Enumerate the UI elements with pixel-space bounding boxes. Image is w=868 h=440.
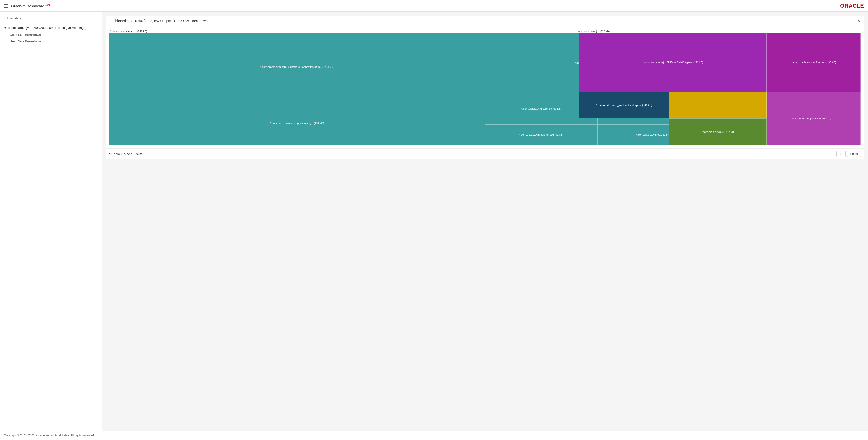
close-button[interactable]: × bbox=[857, 19, 860, 23]
chart-title: dashboard.bgv - 07/02/2022, 6:40:18 pm -… bbox=[110, 19, 208, 23]
nav-buttons: ⏮ Reset bbox=[837, 151, 861, 157]
sidebar-item-code-size[interactable]: Code Size Breakdown bbox=[0, 31, 101, 38]
breadcrumb-sep-2: › bbox=[121, 152, 122, 156]
treemap-cell[interactable]: *.com.oracle.svm.jni.functions (85 kB) bbox=[767, 33, 861, 92]
header: GraalVM DashboardBeta ORACLE bbox=[0, 0, 868, 12]
sidebar-section: ▼ dashboard.bgv - 07/02/2022, 6:40:18 pm… bbox=[0, 24, 101, 44]
app-title: GraalVM DashboardBeta bbox=[11, 4, 50, 8]
main-layout: + Load data ▼ dashboard.bgv - 07/02/2022… bbox=[0, 12, 868, 431]
treemap: *.com.oracle.svm.core (748 kB) *.com.ora… bbox=[109, 29, 861, 145]
plus-icon: + bbox=[4, 17, 6, 20]
chevron-down-icon: ▼ bbox=[4, 26, 6, 29]
treemap-container: *.com.oracle.svm.core (748 kB) *.com.ora… bbox=[106, 26, 864, 148]
treemap-cell[interactable]: *.com.oracle.svm.core.genscavenge (134 k… bbox=[109, 101, 485, 145]
section-label-core: *.com.oracle.svm.core (748 kB) bbox=[110, 30, 147, 33]
content-area: dashboard.bgv - 07/02/2022, 6:40:18 pm -… bbox=[102, 12, 868, 431]
load-data-button[interactable]: + Load data bbox=[0, 14, 101, 22]
treemap-cell[interactable]: *.com.oracle.svm.jni.{JNIThread... (42 k… bbox=[767, 92, 861, 145]
first-button[interactable]: ⏮ bbox=[837, 151, 846, 157]
app-title-text: GraalVM Dashboard bbox=[11, 4, 44, 8]
treemap-cell[interactable]: *.com.oracle.svm.core.{SubstrateDiagnost… bbox=[109, 33, 485, 101]
sidebar-section-header[interactable]: ▼ dashboard.bgv - 07/02/2022, 6:40:18 pm… bbox=[0, 24, 101, 31]
breadcrumb-com[interactable]: com bbox=[114, 152, 120, 156]
treemap-cell[interactable]: *.com.oracle.svm.core.thread (42 kB) bbox=[485, 124, 597, 145]
sidebar-item-label: Code Size Breakdown bbox=[10, 33, 41, 37]
sidebar-item-heap-size[interactable]: Heap Size Breakdown bbox=[0, 38, 101, 44]
section-label-jni: *.com.oracle.svm.jni (318 kB) bbox=[575, 30, 610, 33]
treemap-cell[interactable]: *.com.oracle.svm.r... (32 kB) bbox=[669, 119, 767, 145]
beta-badge: Beta bbox=[45, 4, 50, 6]
menu-icon[interactable] bbox=[4, 4, 8, 7]
reset-button[interactable]: Reset bbox=[847, 151, 861, 157]
breadcrumb-sep-1: › bbox=[112, 152, 113, 156]
breadcrumb-nav: * › com › oracle › svm ⏮ Reset bbox=[106, 148, 864, 159]
breadcrumb: * › com › oracle › svm bbox=[109, 152, 142, 156]
breadcrumb-oracle[interactable]: oracle bbox=[124, 152, 132, 156]
section-title: dashboard.bgv - 07/02/2022, 6:40:18 pm (… bbox=[8, 26, 87, 30]
sidebar: + Load data ▼ dashboard.bgv - 07/02/2022… bbox=[0, 12, 102, 431]
header-left: GraalVM DashboardBeta bbox=[4, 4, 50, 8]
oracle-logo: ORACLE bbox=[840, 3, 864, 9]
footer-text: Copyright © 2020, 2021, Oracle and/or it… bbox=[4, 434, 94, 437]
footer: Copyright © 2020, 2021, Oracle and/or it… bbox=[0, 431, 868, 440]
chart-panel: dashboard.bgv - 07/02/2022, 6:40:18 pm -… bbox=[106, 15, 864, 159]
sidebar-item-label: Heap Size Breakdown bbox=[10, 39, 41, 43]
breadcrumb-star[interactable]: * bbox=[109, 152, 110, 156]
treemap-cell[interactable]: *.com.oracle.svm.jni.JNIJavaCallWrappers… bbox=[579, 33, 767, 92]
load-data-label: Load data bbox=[7, 17, 21, 20]
breadcrumb-svm[interactable]: svm bbox=[136, 152, 142, 156]
treemap-cell[interactable]: *.com.oracle.svm.{graal, util, enterpris… bbox=[579, 92, 669, 119]
breadcrumb-sep-3: › bbox=[134, 152, 135, 156]
chart-header: dashboard.bgv - 07/02/2022, 6:40:18 pm -… bbox=[106, 16, 864, 26]
